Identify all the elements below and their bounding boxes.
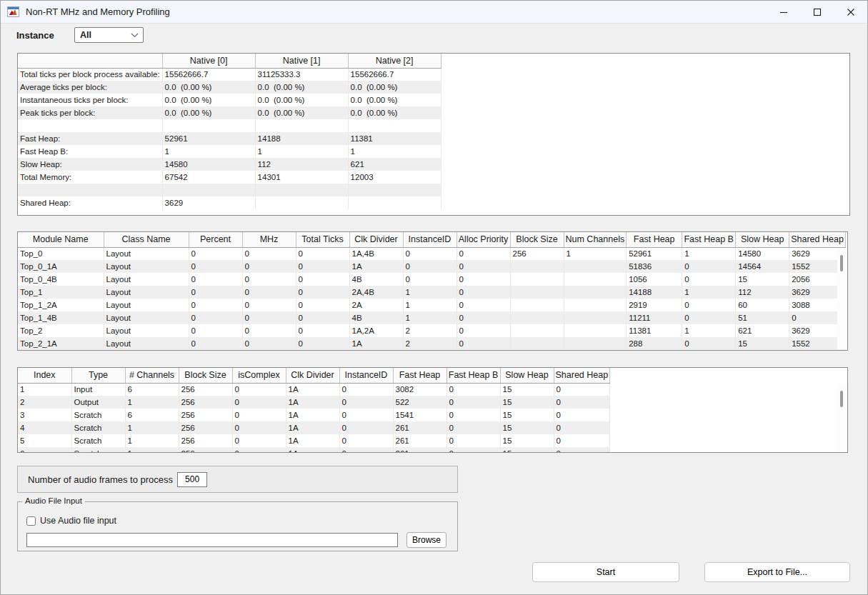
cell: 0 [403, 260, 457, 273]
buffer-table-vertical-scrollbar[interactable] [837, 384, 847, 451]
cell: 0 [296, 273, 349, 286]
table-row[interactable]: Fast Heap B:111 [18, 145, 441, 158]
start-button[interactable]: Start [532, 562, 679, 582]
cell: 0 [403, 273, 457, 286]
cell: 1A,4B [349, 247, 403, 260]
table-row[interactable]: 4Scratch125601A02610150 [18, 421, 610, 434]
column-header[interactable]: Shared Heap [789, 232, 846, 247]
column-header[interactable]: Native [1] [255, 54, 348, 68]
table-row[interactable]: 1Input625601A030820150 [18, 383, 610, 396]
column-header[interactable]: Native [0] [162, 54, 255, 68]
table-row[interactable]: Average ticks per block:0.0 (0.00 %)0.0 … [18, 81, 441, 94]
cell: 0 [242, 299, 296, 311]
column-header[interactable]: Index [18, 368, 71, 383]
column-header[interactable]: Alloc Priority [457, 232, 510, 247]
cell: 14580 [162, 158, 255, 171]
table-row[interactable]: Top_0_4BLayout0004B0010560152056 [18, 273, 845, 286]
cell: 14580 [736, 247, 789, 260]
column-header[interactable]: Fast Heap [627, 232, 682, 247]
column-header[interactable] [18, 54, 162, 68]
table-row[interactable]: Top_1Layout0002A,4B101418811123629 [18, 286, 845, 299]
column-header[interactable]: Slow Heap [736, 232, 789, 247]
cell: Shared Heap: [18, 196, 162, 209]
table-row[interactable]: Top_1_2ALayout0002A1029190603088 [18, 299, 845, 311]
table-row[interactable]: Top_0_1ALayout0001A00518360145641552 [18, 260, 845, 273]
table-row[interactable]: Total Memory:675421430112003 [18, 171, 441, 184]
column-header[interactable]: InstanceID [403, 232, 457, 247]
frames-panel: Number of audio frames to process [17, 466, 458, 493]
table-row[interactable]: Top_1_4BLayout0004B10112110510 [18, 311, 845, 324]
table-row[interactable]: 3Scratch625601A015410150 [18, 409, 610, 421]
column-header[interactable]: Percent [189, 232, 242, 247]
table-row[interactable]: Slow Heap:14580112621 [18, 158, 441, 171]
cell: 0 [189, 311, 242, 324]
scrollbar-thumb[interactable] [840, 391, 843, 407]
table-row[interactable] [18, 184, 441, 196]
column-header[interactable]: InstanceID [339, 368, 393, 383]
cell: 0 [554, 447, 610, 453]
column-header[interactable]: Shared Heap [554, 368, 610, 383]
audio-file-path-input[interactable] [26, 533, 398, 547]
table-row[interactable]: Instantaneous ticks per block:0.0 (0.00 … [18, 94, 441, 106]
table-row[interactable]: 6Scratch125601A02610150 [18, 447, 610, 453]
cell: 1A [286, 396, 339, 409]
cell: 0 [296, 337, 349, 350]
cell [255, 119, 348, 132]
cell: 14188 [255, 132, 348, 145]
cell: Peak ticks per block: [18, 106, 162, 119]
cell: 1 [682, 324, 736, 337]
table-row[interactable]: Peak ticks per block:0.0 (0.00 %)0.0 (0.… [18, 106, 441, 119]
scrollbar-thumb[interactable] [840, 255, 843, 271]
table-row[interactable]: 5Scratch125601A02610150 [18, 434, 610, 447]
column-header[interactable]: # Channels [125, 368, 179, 383]
table-row[interactable]: Top_2Layout0001A,2A201138116213629 [18, 324, 845, 337]
cell: 0 [189, 273, 242, 286]
buffer-table-widget: IndexType# ChannelsBlock SizeisComplexCl… [17, 367, 848, 453]
column-header[interactable]: Block Size [179, 368, 232, 383]
cell: 1A [349, 337, 403, 350]
cell [255, 196, 348, 209]
module-header-row: Module NameClass NamePercentMHzTotal Tic… [18, 232, 845, 247]
minimize-button[interactable] [767, 1, 800, 23]
cell: 0 [242, 247, 296, 260]
cell: 1 [255, 145, 348, 158]
cell: Top_2 [18, 324, 104, 337]
column-header[interactable]: isComplex [232, 368, 286, 383]
cell: 0 [554, 383, 610, 396]
cell [162, 184, 255, 196]
cell: 0.0 (0.00 %) [348, 94, 441, 106]
cell: 0 [242, 324, 296, 337]
column-header[interactable]: Total Ticks [296, 232, 349, 247]
frames-count-input[interactable] [177, 472, 207, 487]
cell: Total ticks per block process available: [18, 68, 162, 81]
column-header[interactable]: Class Name [104, 232, 189, 247]
cell: 0 [447, 396, 500, 409]
column-header[interactable]: Slow Heap [500, 368, 554, 383]
close-button[interactable] [834, 1, 867, 23]
table-row[interactable] [18, 119, 441, 132]
table-row[interactable]: Top_0Layout0001A,4B002561529611145803629 [18, 247, 845, 260]
column-header[interactable]: Clk Divider [349, 232, 403, 247]
use-audio-file-checkbox[interactable] [26, 516, 36, 526]
table-row[interactable]: Shared Heap:3629 [18, 196, 441, 209]
column-header[interactable]: Fast Heap B [447, 368, 500, 383]
column-header[interactable]: Fast Heap B [682, 232, 736, 247]
column-header[interactable]: Num Channels [564, 232, 627, 247]
column-header[interactable]: Type [71, 368, 125, 383]
browse-button[interactable]: Browse [406, 532, 447, 548]
maximize-button[interactable] [800, 1, 834, 23]
module-table-vertical-scrollbar[interactable] [837, 248, 847, 349]
export-to-file-button[interactable]: Export to File... [704, 562, 850, 582]
column-header[interactable]: Clk Divider [286, 368, 339, 383]
cell: Total Memory: [18, 171, 162, 184]
column-header[interactable]: Module Name [18, 232, 104, 247]
column-header[interactable]: Native [2] [348, 54, 441, 68]
column-header[interactable]: Block Size [510, 232, 564, 247]
table-row[interactable]: Total ticks per block process available:… [18, 68, 441, 81]
column-header[interactable]: MHz [242, 232, 296, 247]
table-row[interactable]: Fast Heap:529611418811381 [18, 132, 441, 145]
table-row[interactable]: 2Output125601A05220150 [18, 396, 610, 409]
instance-dropdown[interactable]: All [74, 27, 144, 43]
table-row[interactable]: Top_2_1ALayout0001A202880151552 [18, 337, 845, 350]
column-header[interactable]: Fast Heap [393, 368, 447, 383]
